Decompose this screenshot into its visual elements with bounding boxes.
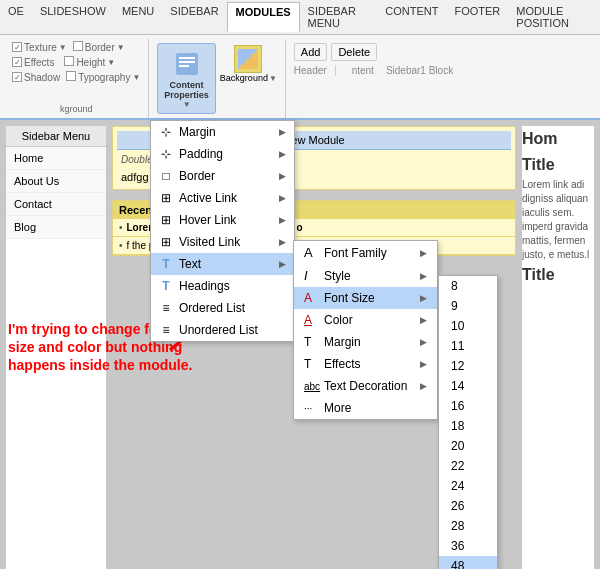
right-title-3: Title [522, 262, 594, 288]
menu-item-padding[interactable]: ⊹ Padding ▶ [151, 143, 294, 165]
sidebar-menu-title: Sidebar Menu [6, 126, 106, 147]
height-checkbox-wrapper [64, 56, 74, 68]
border-checkbox[interactable] [73, 41, 83, 51]
text-decoration-arrow: ▶ [420, 381, 427, 391]
font-size-48[interactable]: 48 [439, 556, 497, 569]
menu-item-margin[interactable]: ⊹ Margin ▶ [151, 121, 294, 143]
submenu-margin-arrow: ▶ [420, 337, 427, 347]
submenu-font-family[interactable]: A Font Family ▶ [294, 241, 437, 264]
font-size-9[interactable]: 9 [439, 296, 497, 316]
unordered-list-icon: ≡ [159, 323, 173, 337]
font-family-label: Font Family [324, 246, 387, 260]
more-label: More [324, 401, 351, 415]
sidebar-item-blog[interactable]: Blog [6, 216, 106, 239]
submenu-text-decoration[interactable]: abc Text Decoration ▶ [294, 375, 437, 397]
submenu-effects[interactable]: T Effects ▶ [294, 353, 437, 375]
height-arrow[interactable]: ▼ [107, 58, 115, 67]
text-icon: T [159, 257, 173, 271]
menu-item-ordered-list[interactable]: ≡ Ordered List [151, 297, 294, 319]
typography-checkbox-wrapper [66, 71, 76, 83]
delete-button[interactable]: Delete [331, 43, 377, 61]
ribbon-kground-label: kground [60, 104, 93, 116]
menu-item-visited-link[interactable]: ⊞ Visited Link ▶ [151, 231, 294, 253]
font-size-icon: A [304, 291, 320, 305]
submenu-font-size[interactable]: A Font Size ▶ [294, 287, 437, 309]
add-button[interactable]: Add [294, 43, 328, 61]
submenu-color[interactable]: A Color ▶ [294, 309, 437, 331]
nav-item-footer[interactable]: FOOTER [446, 2, 508, 32]
sidebar1-label: Sidebar1 Block [386, 65, 453, 76]
font-size-label: Font Size [324, 291, 375, 305]
font-size-14[interactable]: 14 [439, 376, 497, 396]
submenu-style[interactable]: I Style ▶ [294, 264, 437, 287]
nav-item-module-position[interactable]: MODULE POSITION [508, 2, 600, 32]
font-size-10[interactable]: 10 [439, 316, 497, 336]
margin-label: Margin [179, 125, 273, 139]
margin-icon: ⊹ [159, 125, 173, 139]
border-menu-label: Border [179, 169, 273, 183]
menu-item-text[interactable]: T Text ▶ [151, 253, 294, 275]
style-label: Style [324, 269, 351, 283]
texture-checkbox[interactable] [12, 42, 22, 52]
shadow-checkbox[interactable] [12, 72, 22, 82]
submenu-margin-icon: T [304, 335, 320, 349]
font-family-arrow: ▶ [420, 248, 427, 258]
texture-row: Texture ▼ Border ▼ [12, 41, 140, 53]
sidebar-item-home[interactable]: Home [6, 147, 106, 170]
nav-item-modules[interactable]: MODULES [227, 2, 300, 32]
font-size-22[interactable]: 22 [439, 456, 497, 476]
font-size-18[interactable]: 18 [439, 416, 497, 436]
font-family-icon: A [304, 245, 320, 260]
content-btn-label: ContentProperties [164, 80, 209, 100]
svg-rect-1 [179, 57, 195, 59]
background-button[interactable]: Background ▼ [220, 45, 277, 83]
menu-item-hover-link[interactable]: ⊞ Hover Link ▶ [151, 209, 294, 231]
font-size-26[interactable]: 26 [439, 496, 497, 516]
ribbon: Texture ▼ Border ▼ Effects Height ▼ [0, 35, 600, 120]
right-title-2: Title [522, 152, 594, 178]
ordered-list-label: Ordered List [179, 301, 286, 315]
menu-item-active-link[interactable]: ⊞ Active Link ▶ [151, 187, 294, 209]
header-label: Header [294, 65, 336, 76]
nav-bar: OE SLIDESHOW MENU SIDEBAR MODULES SIDEBA… [0, 0, 600, 35]
font-size-12[interactable]: 12 [439, 356, 497, 376]
content-properties-button[interactable]: ContentProperties ▼ [157, 43, 216, 114]
style-icon: I [304, 268, 320, 283]
svg-rect-0 [176, 53, 198, 75]
effects-checkbox[interactable] [12, 57, 22, 67]
nav-item-content[interactable]: CONTENT [377, 2, 446, 32]
typography-checkbox[interactable] [66, 71, 76, 81]
font-size-24[interactable]: 24 [439, 476, 497, 496]
height-checkbox[interactable] [64, 56, 74, 66]
padding-arrow: ▶ [279, 149, 286, 159]
unordered-list-label: Unordered List [179, 323, 286, 337]
nav-item-menu[interactable]: MENU [114, 2, 162, 32]
content-properties-icon [171, 48, 203, 80]
menu-item-unordered-list[interactable]: ≡ Unordered List [151, 319, 294, 341]
text-arrow: ▶ [279, 259, 286, 269]
content-properties-dropdown: ⊹ Margin ▶ ⊹ Padding ▶ □ Border ▶ ⊞ Acti… [150, 120, 295, 342]
font-size-11[interactable]: 11 [439, 336, 497, 356]
font-size-arrow: ▶ [420, 293, 427, 303]
border-arrow[interactable]: ▼ [117, 43, 125, 52]
font-size-20[interactable]: 20 [439, 436, 497, 456]
color-arrow: ▶ [420, 315, 427, 325]
typography-arrow[interactable]: ▼ [132, 73, 140, 82]
sidebar-item-about[interactable]: About Us [6, 170, 106, 193]
menu-item-border[interactable]: □ Border ▶ [151, 165, 294, 187]
font-size-36[interactable]: 36 [439, 536, 497, 556]
nav-item-slideshow[interactable]: SLIDESHOW [32, 2, 114, 32]
font-size-28[interactable]: 28 [439, 516, 497, 536]
submenu-effects-label: Effects [324, 357, 360, 371]
submenu-more[interactable]: ··· More [294, 397, 437, 419]
nav-item-sidebar-menu[interactable]: SIDEBAR MENU [300, 2, 378, 32]
active-link-label: Active Link [179, 191, 273, 205]
font-size-16[interactable]: 16 [439, 396, 497, 416]
font-size-8[interactable]: 8 [439, 276, 497, 296]
menu-item-headings[interactable]: T Headings [151, 275, 294, 297]
sidebar-item-contact[interactable]: Contact [6, 193, 106, 216]
nav-item-sidebar[interactable]: SIDEBAR [162, 2, 226, 32]
texture-arrow[interactable]: ▼ [59, 43, 67, 52]
submenu-margin[interactable]: T Margin ▶ [294, 331, 437, 353]
nav-item-oe[interactable]: OE [0, 2, 32, 32]
